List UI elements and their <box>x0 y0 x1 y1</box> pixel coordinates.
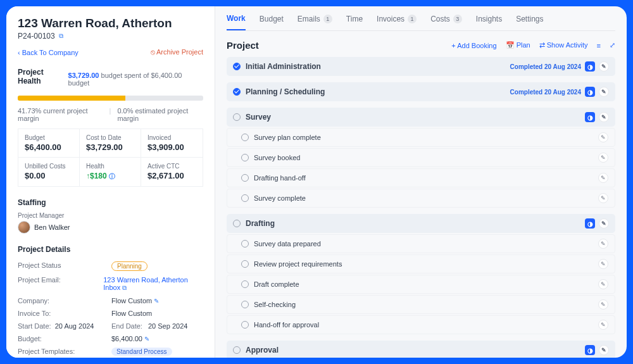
expand-icon[interactable]: ⤢ <box>610 41 615 49</box>
edit-icon[interactable]: ✎ <box>599 218 609 229</box>
edit-icon[interactable]: ✎ <box>599 112 609 122</box>
task-name: Drafting hand-off <box>254 174 306 182</box>
filter-icon[interactable]: ≡ <box>597 42 601 49</box>
edit-icon[interactable]: ✎ <box>599 87 609 97</box>
task-name: Self-checking <box>254 301 296 308</box>
edit-icon[interactable]: ✎ <box>144 336 149 342</box>
avatar <box>18 221 30 234</box>
circle-icon[interactable] <box>241 301 249 308</box>
circle-icon[interactable] <box>241 194 249 202</box>
pm-label: Project Manager <box>18 212 203 219</box>
tab-badge: 3 <box>453 15 462 23</box>
task-row[interactable]: Survey plan complete ✎ <box>227 128 615 147</box>
tab-insights[interactable]: Insights <box>476 14 502 30</box>
stage-status-icon[interactable]: ◑ <box>585 218 595 229</box>
stage-name: Approval <box>246 346 279 355</box>
edit-icon[interactable]: ✎ <box>598 132 608 142</box>
circle-icon[interactable] <box>233 220 241 227</box>
pm-name: Ben Walker <box>34 223 70 231</box>
circle-icon[interactable] <box>241 280 249 288</box>
task-row[interactable]: Hand-off for approval ✎ <box>227 315 615 334</box>
project-details-heading: Project Details <box>18 245 203 254</box>
detail-row: Start Date: 20 Aug 2024End Date: 20 Sep … <box>18 320 203 332</box>
project-health-heading: Project Health <box>18 68 68 85</box>
task-name: Survey plan complete <box>254 134 321 141</box>
info-icon[interactable]: ⓘ <box>109 173 115 180</box>
task-name: Survey data prepared <box>254 240 321 248</box>
circle-icon[interactable] <box>241 240 249 248</box>
current-margin: 41.73% current project margin <box>18 107 103 122</box>
stage-name: Survey <box>246 113 271 122</box>
back-to-company-link[interactable]: ‹ Back To Company <box>18 49 78 56</box>
tab-badge: 1 <box>408 15 417 23</box>
tab-emails[interactable]: Emails 1 <box>298 14 332 30</box>
stage-status-icon[interactable]: ◑ <box>585 345 595 355</box>
edit-icon[interactable]: ✎ <box>598 320 608 330</box>
circle-icon[interactable] <box>241 154 249 161</box>
stage-header[interactable]: Approval ◑ ✎ <box>227 341 615 358</box>
stage-header[interactable]: Initial Administration Completed 20 Aug … <box>227 57 615 76</box>
edit-icon[interactable]: ✎ <box>598 279 608 289</box>
tab-work[interactable]: Work <box>227 14 246 30</box>
stage-name: Planning / Scheduling <box>246 87 325 96</box>
stage-status-icon[interactable]: ◑ <box>585 112 595 122</box>
circle-icon[interactable] <box>241 260 249 268</box>
task-row[interactable]: Survey complete ✎ <box>227 189 615 208</box>
circle-icon[interactable] <box>241 174 249 182</box>
detail-row: Invoice To:Flow Custom <box>18 307 203 320</box>
circle-icon[interactable] <box>241 321 249 329</box>
task-row[interactable]: Survey booked ✎ <box>227 148 615 167</box>
stat-cost-to-date: Cost to Date$3,729.00 <box>80 129 141 157</box>
edit-icon[interactable]: ✎ <box>598 153 608 163</box>
stage-status-icon[interactable]: ◑ <box>585 61 595 72</box>
circle-icon[interactable] <box>241 134 249 141</box>
estimated-margin: 0.0% estimated project margin <box>117 107 203 122</box>
stat-budget: Budget$6,400.00 <box>18 129 80 157</box>
tab-invoices[interactable]: Invoices 1 <box>377 14 417 30</box>
stage-header[interactable]: Drafting ◑ ✎ <box>227 214 615 233</box>
archive-project-link[interactable]: ⦸ Archive Project <box>151 48 203 56</box>
edit-icon[interactable]: ✎ <box>598 193 608 203</box>
project-email-link[interactable]: 123 Warren Road, Atherton Inbox <box>103 276 188 291</box>
project-code: P24-00103 <box>18 32 55 41</box>
task-row[interactable]: Review project requirements ✎ <box>227 254 615 273</box>
plan-button[interactable]: 📅 Plan <box>506 41 530 49</box>
show-activity-button[interactable]: ⇄ Show Activity <box>539 41 588 49</box>
edit-icon[interactable]: ✎ <box>598 239 608 249</box>
task-name: Review project requirements <box>254 260 342 268</box>
check-circle-icon[interactable] <box>233 63 241 70</box>
edit-icon[interactable]: ✎ <box>598 299 608 310</box>
detail-row: Project Templates:Standard Process <box>18 345 203 358</box>
circle-icon[interactable] <box>233 113 241 121</box>
edit-icon[interactable]: ✎ <box>599 345 609 355</box>
stage-status-icon[interactable]: ◑ <box>585 87 595 97</box>
edit-icon[interactable]: ✎ <box>598 259 608 269</box>
stat-unbilled-costs: Unbilled Costs$0.00 <box>18 157 80 186</box>
tab-time[interactable]: Time <box>346 14 363 30</box>
detail-row: Project StatusPlanning <box>18 259 203 273</box>
detail-row: Project Email:123 Warren Road, Atherton … <box>18 273 203 294</box>
task-row[interactable]: Survey data prepared ✎ <box>227 234 615 253</box>
circle-icon[interactable] <box>233 346 241 354</box>
budget-spent-amount: $3,729.00 <box>68 72 99 79</box>
template-badge: Standard Process <box>111 348 172 356</box>
tab-costs[interactable]: Costs 3 <box>430 14 462 30</box>
task-row[interactable]: Self-checking ✎ <box>227 295 615 314</box>
work-heading: Project <box>227 40 259 51</box>
task-row[interactable]: Drafting hand-off ✎ <box>227 168 615 187</box>
task-name: Survey complete <box>254 194 306 202</box>
copy-icon[interactable]: ⧉ <box>59 32 63 40</box>
status-badge: Planning <box>111 261 147 271</box>
detail-row: Company:Flow Custom ✎ <box>18 294 203 307</box>
check-circle-icon[interactable] <box>233 88 241 96</box>
edit-icon[interactable]: ✎ <box>599 61 609 72</box>
stage-header[interactable]: Planning / Scheduling Completed 20 Aug 2… <box>227 82 615 101</box>
tab-settings[interactable]: Settings <box>516 14 543 30</box>
tab-budget[interactable]: Budget <box>260 14 284 30</box>
edit-icon[interactable]: ✎ <box>598 173 608 183</box>
task-row[interactable]: Draft complete ✎ <box>227 275 615 294</box>
stage-header[interactable]: Survey ◑ ✎ <box>227 108 615 127</box>
edit-icon[interactable]: ✎ <box>154 298 159 304</box>
add-booking-button[interactable]: + Add Booking <box>451 42 496 49</box>
copy-icon[interactable]: ⧉ <box>122 284 127 291</box>
